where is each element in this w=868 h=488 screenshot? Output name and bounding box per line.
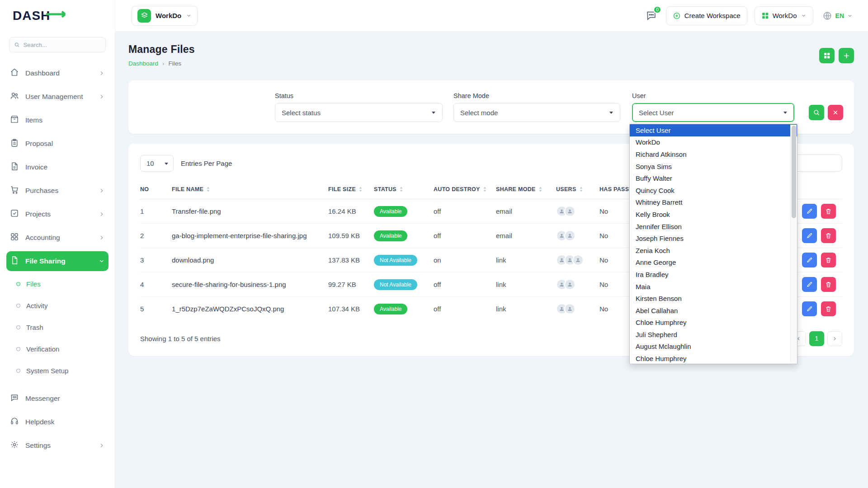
messages-badge: 0 [653,6,661,14]
column-header-file-name[interactable]: FILE NAME [172,186,328,199]
share-mode-filter-select[interactable]: Select mode [453,103,620,122]
sidebar-subitem-system-setup[interactable]: System Setup [6,360,108,381]
sidebar-subitem-verification[interactable]: Verification [6,338,108,360]
home-icon [10,68,19,79]
user-dropdown-option[interactable]: Richard Atkinson [630,148,797,160]
clipboard-icon [10,138,19,149]
user-dropdown-option[interactable]: Ira Bradley [630,268,797,281]
breadcrumb-dashboard-link[interactable]: Dashboard [128,60,158,67]
column-header-file-size[interactable]: FILE SIZE [328,186,374,199]
language-selector[interactable]: EN [821,11,854,21]
user-dropdown-option[interactable]: Select User [630,124,797,136]
user-dropdown-option[interactable]: Joseph Fiennes [630,232,797,244]
sort-icon [359,187,362,192]
user-dropdown-option[interactable]: Sonya Sims [630,160,797,173]
logo[interactable]: DASH [0,0,115,32]
sidebar-item-helpdesk[interactable]: Helpdesk [6,410,108,434]
edit-button[interactable] [802,253,817,267]
reset-filter-button[interactable] [828,105,843,120]
column-header-no[interactable]: NO [140,186,172,199]
user-dropdown-option[interactable]: Zenia Koch [630,244,797,257]
workspace-menu-button[interactable]: WorkDo [755,6,813,25]
user-dropdown-option[interactable]: Quincy Cook [630,184,797,197]
user-dropdown-option[interactable]: Kelly Brook [630,208,797,221]
page-header: Manage Files Dashboard › Files [128,43,854,67]
chevron-right-icon [99,70,105,76]
plus-icon [843,52,850,60]
messages-button[interactable]: 0 [644,8,659,23]
globe-icon [822,11,832,21]
delete-button[interactable] [821,277,836,292]
user-dropdown-option[interactable]: Jennifer Ellison [630,221,797,233]
sidebar-item-file-sharing[interactable]: File Sharing [6,251,108,271]
box-icon [10,115,19,126]
edit-button[interactable] [802,228,817,243]
delete-button[interactable] [821,253,836,267]
sidebar-item-purchases[interactable]: Purchases [6,179,108,202]
user-dropdown-option[interactable]: Anne George [630,257,797,269]
sidebar-search-input[interactable] [24,42,101,48]
user-avatars [556,206,597,217]
workspace-switcher[interactable]: WorkDo [132,6,198,26]
sidebar-item-user-management[interactable]: User Management [6,85,108,108]
sidebar-item-accounting[interactable]: Accounting [6,226,108,249]
user-dropdown-option[interactable]: Maia [630,281,797,293]
sidebar-item-messenger[interactable]: Messenger [6,387,108,410]
pencil-icon [806,232,813,239]
apply-filter-button[interactable] [809,105,824,120]
cell-file-name: download.png [172,248,328,272]
avatar [564,279,576,290]
user-dropdown-option[interactable]: Kirsten Benson [630,292,797,305]
user-dropdown-option[interactable]: Abel Callahan [630,305,797,317]
grid-view-button[interactable] [819,48,835,63]
user-avatars [556,254,597,266]
trash-icon [825,281,832,288]
status-filter-select[interactable]: Select status [275,103,443,122]
column-header-auto-destroy[interactable]: AUTO DESTROY [434,186,496,199]
user-dropdown-option[interactable]: Chloe Humphrey [630,352,797,364]
sidebar-item-settings[interactable]: Settings [6,434,108,457]
sidebar-subitem-trash[interactable]: Trash [6,316,108,338]
edit-button[interactable] [802,301,817,316]
pagination-next-button[interactable] [827,331,842,346]
user-dropdown-option[interactable]: WorkDo [630,136,797,149]
user-filter-select[interactable]: Select User [632,103,794,122]
close-icon [832,109,839,116]
sidebar-subitem-activity[interactable]: Activity [6,295,108,316]
column-header-status[interactable]: STATUS [374,186,434,199]
delete-button[interactable] [821,204,836,219]
pencil-icon [806,281,813,288]
user-dropdown-option[interactable]: Chloe Humphrey [630,317,797,329]
sidebar-item-dashboard[interactable]: Dashboard [6,61,108,85]
dropdown-scrollbar-thumb[interactable] [792,126,796,218]
sidebar-item-items[interactable]: Items [6,108,108,132]
sidebar-subitem-label: Files [26,280,41,288]
column-header-users[interactable]: USERS [556,186,599,199]
status-badge: Available [374,206,407,217]
sort-icon [400,187,403,192]
sidebar-subitem-label: Verification [26,345,59,353]
pagination-page-1[interactable]: 1 [809,331,824,346]
sidebar-item-invoice[interactable]: Invoice [6,155,108,179]
user-dropdown-option[interactable]: Whitney Barrett [630,197,797,209]
user-dropdown-option[interactable]: Buffy Walter [630,172,797,184]
column-header-share-mode[interactable]: SHARE MODE [496,186,556,199]
edit-button[interactable] [802,204,817,219]
sidebar-item-projects[interactable]: Projects [6,202,108,226]
cell-file-name: 1_r5Dzp7eZaWQDZxPCsoJQxQ.png [172,297,328,321]
edit-button[interactable] [802,277,817,292]
user-dropdown-option[interactable]: August Mclaughlin [630,341,797,353]
sidebar-item-proposal[interactable]: Proposal [6,132,108,155]
avatar [572,254,584,266]
delete-button[interactable] [821,301,836,316]
create-workspace-button[interactable]: Create Workspace [666,6,747,25]
user-dropdown-option[interactable]: Juli Shepherd [630,328,797,341]
sidebar-subitem-files[interactable]: Files [6,273,108,295]
delete-button[interactable] [821,228,836,243]
user-avatars [556,279,597,290]
entries-per-page-select[interactable]: 10 [140,155,174,172]
add-file-button[interactable] [839,48,854,63]
plus-circle-icon [673,12,681,20]
sidebar-item-label: Purchases [25,187,92,195]
chevron-down-icon [99,258,105,264]
